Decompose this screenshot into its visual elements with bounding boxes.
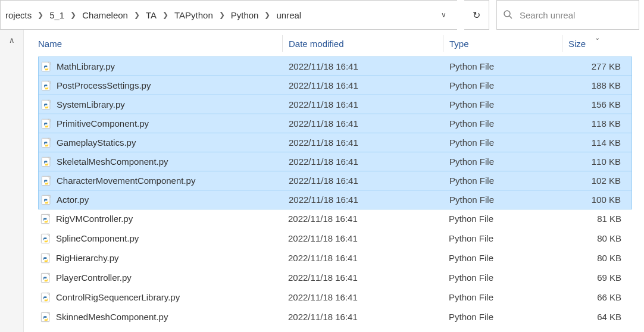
breadcrumb[interactable]: 5_1 — [47, 10, 67, 20]
file-row[interactable]: PostProcessSettings.py2022/11/18 16:41Py… — [38, 76, 632, 95]
breadcrumb[interactable]: Chameleon — [80, 10, 130, 20]
file-date: 2022/11/18 16:41 — [283, 137, 443, 148]
file-size: 188 KB — [562, 80, 632, 90]
python-file-icon — [41, 137, 52, 148]
chevron-right-icon[interactable]: ❯ — [34, 11, 47, 19]
file-date: 2022/11/18 16:41 — [283, 156, 443, 167]
breadcrumb[interactable]: Python — [229, 10, 261, 20]
file-date: 2022/11/18 16:41 — [282, 273, 443, 283]
file-row[interactable]: RigHierarchy.py2022/11/18 16:41Python Fi… — [38, 248, 632, 268]
file-row[interactable]: SkinnedMeshComponent.py2022/11/18 16:41P… — [38, 307, 632, 327]
refresh-icon: ↻ — [473, 10, 480, 21]
file-row[interactable]: PlayerController.py2022/11/18 16:41Pytho… — [38, 268, 632, 287]
column-header-date[interactable]: Date modified — [282, 35, 443, 52]
file-name: PrimitiveComponent.py — [57, 118, 149, 129]
file-row[interactable]: CharacterMovementComponent.py2022/11/18 … — [38, 171, 632, 190]
file-size: 156 KB — [562, 99, 632, 109]
file-type: Python File — [443, 176, 562, 186]
file-date: 2022/11/18 16:41 — [283, 99, 443, 109]
file-type: Python File — [443, 292, 562, 302]
file-size: 118 KB — [562, 118, 632, 129]
file-row[interactable]: SplineComponent.py2022/11/18 16:41Python… — [38, 228, 632, 248]
python-file-icon — [40, 253, 51, 264]
file-row[interactable]: ControlRigSequencerLibrary.py2022/11/18 … — [38, 287, 632, 307]
breadcrumb[interactable]: TA — [143, 10, 159, 20]
file-row[interactable]: RigVMController.py2022/11/18 16:41Python… — [38, 209, 632, 228]
file-size: 69 KB — [562, 273, 632, 283]
file-type: Python File — [443, 137, 562, 148]
file-name: GameplayStatics.py — [57, 137, 136, 148]
svg-line-1 — [509, 16, 512, 18]
file-size: 80 KB — [562, 253, 632, 263]
file-name: PostProcessSettings.py — [57, 80, 151, 90]
file-type: Python File — [443, 61, 562, 71]
python-file-icon — [40, 233, 51, 244]
file-size: 81 KB — [562, 214, 632, 224]
file-type: Python File — [443, 118, 562, 129]
column-header-type[interactable]: Type — [443, 35, 562, 52]
python-file-icon — [40, 312, 51, 322]
search-box[interactable] — [496, 0, 639, 30]
file-date: 2022/11/18 16:41 — [282, 312, 443, 322]
search-input[interactable] — [520, 10, 633, 20]
file-date: 2022/11/18 16:41 — [283, 118, 443, 129]
python-file-icon — [41, 156, 52, 167]
file-size: 80 KB — [562, 233, 632, 243]
file-date: 2022/11/18 16:41 — [283, 176, 443, 186]
chevron-right-icon[interactable]: ❯ — [261, 11, 274, 19]
chevron-right-icon[interactable]: ❯ — [130, 11, 143, 19]
file-name: SystemLibrary.py — [57, 99, 125, 109]
python-file-icon — [41, 80, 52, 91]
file-date: 2022/11/18 16:41 — [282, 253, 443, 263]
python-file-icon — [40, 214, 51, 224]
file-size: 66 KB — [562, 292, 632, 302]
file-row[interactable]: SkeletalMeshComponent.py2022/11/18 16:41… — [38, 152, 632, 171]
file-type: Python File — [443, 99, 562, 109]
file-name: SkinnedMeshComponent.py — [56, 312, 168, 322]
file-name: RigVMController.py — [56, 214, 133, 224]
python-file-icon — [41, 176, 52, 186]
refresh-button[interactable]: ↻ — [464, 0, 489, 30]
python-file-icon — [40, 273, 51, 283]
breadcrumb[interactable]: rojects — [3, 10, 34, 20]
column-header-name[interactable]: Name — [38, 35, 282, 52]
file-row[interactable]: MathLibrary.py2022/11/18 16:41Python Fil… — [38, 57, 632, 76]
file-name: SplineComponent.py — [56, 233, 139, 243]
file-size: 100 KB — [562, 195, 632, 205]
file-type: Python File — [443, 312, 562, 322]
file-date: 2022/11/18 16:41 — [283, 61, 443, 71]
file-name: CharacterMovementComponent.py — [57, 176, 195, 186]
file-type: Python File — [443, 195, 562, 205]
svg-point-0 — [504, 11, 510, 17]
file-name: Actor.py — [57, 195, 89, 205]
file-size: 102 KB — [562, 176, 632, 186]
file-date: 2022/11/18 16:41 — [283, 195, 443, 205]
breadcrumb[interactable]: TAPython — [172, 10, 215, 20]
chevron-right-icon[interactable]: ❯ — [159, 11, 172, 19]
address-history-dropdown[interactable]: ∨ — [435, 11, 452, 19]
file-type: Python File — [443, 156, 562, 167]
address-bar[interactable]: rojects ❯ 5_1 ❯ Chameleon ❯ TA ❯ TAPytho… — [0, 0, 457, 30]
chevron-right-icon[interactable]: ❯ — [215, 11, 229, 19]
nav-pane-gutter: ∧ — [0, 30, 24, 332]
breadcrumb[interactable]: unreal — [274, 10, 304, 20]
file-date: 2022/11/18 16:41 — [282, 233, 443, 243]
python-file-icon — [40, 292, 51, 303]
sort-descending-icon: ⌄ — [595, 34, 600, 42]
file-row[interactable]: SystemLibrary.py2022/11/18 16:41Python F… — [38, 95, 632, 114]
file-type: Python File — [443, 273, 562, 283]
file-row[interactable]: Actor.py2022/11/18 16:41Python File100 K… — [38, 190, 632, 209]
column-headers: Name Date modified Type ⌄ Size — [38, 30, 632, 57]
collapse-chevron-icon[interactable]: ∧ — [9, 36, 15, 332]
file-date: 2022/11/18 16:41 — [282, 214, 443, 224]
chevron-right-icon[interactable]: ❯ — [67, 11, 80, 19]
file-list[interactable]: Name Date modified Type ⌄ Size MathLibra… — [24, 30, 644, 332]
file-row[interactable]: PrimitiveComponent.py2022/11/18 16:41Pyt… — [38, 114, 632, 133]
file-row[interactable]: GameplayStatics.py2022/11/18 16:41Python… — [38, 133, 632, 152]
file-type: Python File — [443, 214, 562, 224]
python-file-icon — [41, 99, 52, 110]
python-file-icon — [41, 118, 52, 129]
file-size: 277 KB — [562, 61, 632, 71]
column-header-size[interactable]: ⌄ Size — [562, 35, 632, 52]
file-type: Python File — [443, 80, 562, 90]
